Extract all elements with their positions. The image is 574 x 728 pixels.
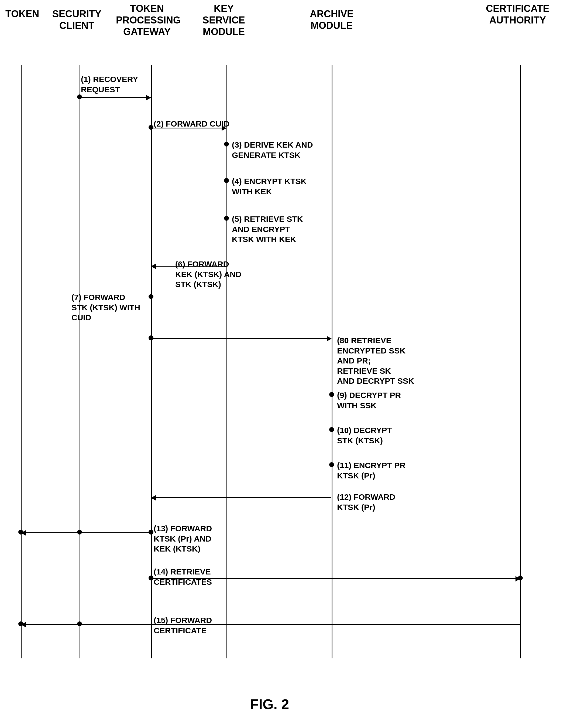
dot-8-start [149, 335, 153, 340]
dot-15-secclient [77, 621, 82, 626]
msg-7-label: (7) FORWARDSTK (KTSK) WITHCUID [72, 292, 140, 323]
msg-2-label: (2) FORWARD CUID [154, 119, 230, 129]
arrow-8 [151, 338, 331, 339]
msg-6-label: (6) FORWARDKEK (KTSK) ANDSTK (KTSK) [175, 259, 242, 290]
col-header-key-service: KEYSERVICEMODULE [194, 3, 253, 38]
figure-caption: FIG. 2 [189, 696, 351, 712]
msg-10-label: (10) DECRYPTSTK (KTSK) [337, 425, 392, 446]
dot-14-end [518, 576, 523, 580]
dot-7 [149, 294, 153, 299]
dot-1-start [77, 94, 82, 99]
col-header-token-gateway: TOKENPROCESSINGGATEWAY [116, 3, 178, 38]
lifeline-archive [332, 65, 332, 658]
dot-4 [224, 178, 229, 183]
dot-13-token [18, 530, 23, 535]
dot-3 [224, 142, 229, 147]
lifeline-key-service [227, 65, 227, 658]
dot-15-token [18, 621, 23, 626]
dot-14-start [149, 576, 153, 580]
arrow-12 [151, 497, 331, 498]
msg-5-label: (5) RETRIEVE STKAND ENCRYPTKTSK WITH KEK [232, 214, 303, 244]
col-header-security-client: SECURITYCLIENT [51, 8, 102, 31]
dot-5 [224, 216, 229, 221]
lifeline-cert-authority [520, 65, 521, 658]
msg-9-label: (9) DECRYPT PRWITH SSK [337, 390, 401, 411]
arrow-15 [21, 624, 520, 625]
msg-13-label: (13) FORWARDKTSK (Pr) ANDKEK (KTSK) [154, 524, 212, 554]
dot-10 [329, 427, 334, 432]
msg-14-label: (14) RETRIEVECERTIFICATES [154, 567, 212, 587]
msg-12-label: (12) FORWARDKTSK (Pr) [337, 492, 395, 512]
col-header-archive: ARCHIVEMODULE [305, 8, 359, 31]
sequence-diagram: TOKEN SECURITYCLIENT TOKENPROCESSINGGATE… [0, 0, 574, 728]
msg-11-label: (11) ENCRYPT PRKTSK (Pr) [337, 460, 406, 481]
msg-4-label: (4) ENCRYPT KTSKWITH KEK [232, 176, 306, 196]
lifeline-security-client [80, 65, 80, 658]
lifeline-token-gateway [151, 65, 152, 658]
dot-9 [329, 392, 334, 397]
arrow-1 [80, 97, 151, 98]
lifeline-token [21, 65, 22, 658]
col-header-cert-authority: CERTIFICATEAUTHORITY [472, 3, 564, 26]
dot-2-start [149, 125, 153, 130]
dot-13-gateway [149, 530, 153, 535]
msg-8-label: (80 RETRIEVEENCRYPTED SSKAND PR;RETRIEVE… [337, 335, 414, 386]
dot-11 [329, 462, 334, 467]
msg-15-label: (15) FORWARDCERTIFICATE [154, 615, 212, 636]
msg-3-label: (3) DERIVE KEK ANDGENERATE KTSK [232, 140, 313, 160]
arrow-13-t [21, 532, 150, 533]
msg-1-label: (1) RECOVERYREQUEST [81, 74, 138, 94]
dot-13-secclient [77, 530, 82, 535]
col-header-token: TOKEN [5, 8, 38, 20]
